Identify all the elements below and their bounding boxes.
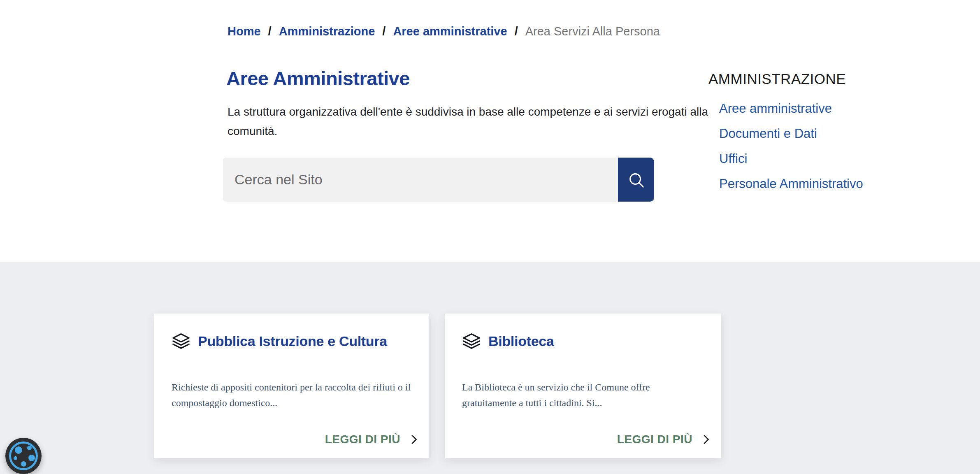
- card-excerpt: Richieste di appositi contenitori per la…: [172, 379, 413, 411]
- read-more-link[interactable]: LEGGI DI PIÙ: [617, 432, 713, 446]
- page: Home / Amministrazione / Aree amministra…: [0, 0, 980, 474]
- card-title[interactable]: Biblioteca: [488, 333, 554, 349]
- read-more-label: LEGGI DI PIÙ: [325, 433, 400, 446]
- search-button[interactable]: [618, 158, 654, 202]
- sidebar-link-aree-amministrative[interactable]: Aree amministrative: [719, 101, 832, 116]
- breadcrumb-link-home[interactable]: Home: [228, 25, 261, 38]
- sidebar-item: Documenti e Dati: [708, 126, 863, 141]
- page-description: La struttura organizzativa dell'ente è s…: [228, 102, 729, 141]
- card-header: Biblioteca: [462, 332, 709, 351]
- sidebar-heading: AMMINISTRAZIONE: [708, 71, 863, 87]
- sidebar-link-personale-amministrativo[interactable]: Personale Amministrativo: [719, 177, 863, 191]
- card-biblioteca: Biblioteca La Biblioteca è un servizio c…: [445, 314, 721, 458]
- read-more-label: LEGGI DI PIÙ: [617, 433, 692, 446]
- sidebar-amministrazione: AMMINISTRAZIONE Aree amministrative Docu…: [708, 71, 863, 202]
- site-search: [223, 158, 654, 202]
- sidebar-item: Personale Amministrativo: [708, 177, 863, 191]
- read-more-link[interactable]: LEGGI DI PIÙ: [325, 432, 421, 446]
- sidebar-item: Uffici: [708, 151, 863, 166]
- breadcrumb-separator: /: [515, 25, 518, 38]
- layers-icon: [172, 332, 190, 351]
- chevron-right-icon: [699, 432, 713, 446]
- page-title: Aree Amministrative: [226, 67, 410, 90]
- breadcrumb: Home / Amministrazione / Aree amministra…: [228, 25, 660, 38]
- card-pubblica-istruzione-e-cultura: Pubblica Istruzione e Cultura Richieste …: [154, 314, 429, 458]
- sidebar-link-documenti-e-dati[interactable]: Documenti e Dati: [719, 126, 817, 141]
- card-title[interactable]: Pubblica Istruzione e Cultura: [198, 333, 387, 349]
- sidebar-item: Aree amministrative: [708, 101, 863, 116]
- chevron-right-icon: [407, 432, 421, 446]
- card-header: Pubblica Istruzione e Cultura: [172, 332, 417, 351]
- card-excerpt: La Biblioteca è un servizio che il Comun…: [462, 379, 706, 411]
- layers-icon: [462, 332, 481, 351]
- search-input[interactable]: [223, 158, 618, 202]
- sidebar-link-uffici[interactable]: Uffici: [719, 151, 747, 166]
- breadcrumb-separator: /: [382, 25, 385, 38]
- search-icon: [627, 170, 646, 189]
- breadcrumb-separator: /: [268, 25, 272, 38]
- cookie-widget-button[interactable]: [5, 438, 42, 474]
- breadcrumb-link-amministrazione[interactable]: Amministrazione: [279, 25, 375, 38]
- cards-section: Pubblica Istruzione e Cultura Richieste …: [0, 262, 980, 474]
- breadcrumb-link-aree-amministrative[interactable]: Aree amministrative: [393, 25, 507, 38]
- breadcrumb-current-page: Area Servizi Alla Persona: [525, 25, 660, 38]
